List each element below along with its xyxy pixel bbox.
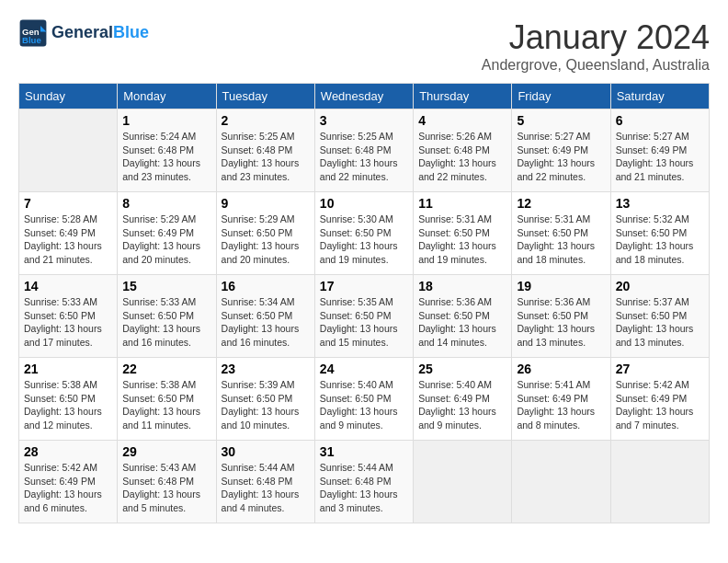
- day-info: Sunrise: 5:42 AMSunset: 6:49 PMDaylight:…: [24, 461, 112, 515]
- day-info: Sunrise: 5:33 AMSunset: 6:50 PMDaylight:…: [24, 295, 112, 350]
- calendar-week-5: 28Sunrise: 5:42 AMSunset: 6:49 PMDayligh…: [19, 441, 710, 523]
- day-info: Sunrise: 5:34 AMSunset: 6:50 PMDaylight:…: [222, 295, 310, 350]
- location-title: Andergrove, Queensland, Australia: [482, 57, 710, 74]
- day-info: Sunrise: 5:44 AMSunset: 6:48 PMDaylight:…: [222, 461, 310, 515]
- day-info: Sunrise: 5:41 AMSunset: 6:49 PMDaylight:…: [517, 378, 605, 432]
- calendar-cell: 2Sunrise: 5:25 AMSunset: 6:48 PMDaylight…: [216, 109, 314, 192]
- day-number: 4: [418, 113, 506, 128]
- calendar-cell: 15Sunrise: 5:33 AMSunset: 6:50 PMDayligh…: [118, 275, 216, 358]
- calendar-cell: [512, 441, 610, 523]
- day-number: 5: [517, 113, 605, 128]
- calendar-cell: 8Sunrise: 5:29 AMSunset: 6:49 PMDaylight…: [118, 192, 216, 275]
- day-number: 17: [320, 279, 408, 293]
- day-number: 27: [616, 362, 704, 376]
- day-number: 29: [122, 444, 210, 459]
- day-number: 13: [616, 196, 704, 211]
- weekday-saturday: Saturday: [610, 84, 709, 109]
- day-info: Sunrise: 5:38 AMSunset: 6:50 PMDaylight:…: [122, 378, 210, 432]
- calendar-table: Sunday Monday Tuesday Wednesday Thursday…: [18, 83, 710, 523]
- day-info: Sunrise: 5:29 AMSunset: 6:49 PMDaylight:…: [122, 213, 210, 267]
- day-info: Sunrise: 5:30 AMSunset: 6:50 PMDaylight:…: [320, 213, 408, 267]
- calendar-cell: 24Sunrise: 5:40 AMSunset: 6:50 PMDayligh…: [314, 358, 413, 441]
- calendar-cell: [19, 109, 118, 192]
- calendar-cell: 14Sunrise: 5:33 AMSunset: 6:50 PMDayligh…: [19, 275, 118, 358]
- day-number: 31: [320, 444, 408, 459]
- day-number: 2: [222, 113, 310, 128]
- day-info: Sunrise: 5:27 AMSunset: 6:49 PMDaylight:…: [616, 130, 704, 184]
- calendar-cell: 21Sunrise: 5:38 AMSunset: 6:50 PMDayligh…: [19, 358, 118, 441]
- calendar-header: Sunday Monday Tuesday Wednesday Thursday…: [19, 84, 710, 109]
- day-number: 3: [320, 113, 408, 128]
- day-number: 10: [320, 196, 408, 211]
- day-info: Sunrise: 5:36 AMSunset: 6:50 PMDaylight:…: [517, 295, 605, 350]
- calendar-cell: 27Sunrise: 5:42 AMSunset: 6:49 PMDayligh…: [610, 358, 709, 441]
- day-number: 20: [616, 279, 704, 293]
- logo-text: GeneralBlue: [51, 24, 149, 42]
- calendar-cell: 5Sunrise: 5:27 AMSunset: 6:49 PMDaylight…: [512, 109, 610, 192]
- day-number: 22: [122, 362, 210, 376]
- day-number: 18: [418, 279, 506, 293]
- calendar-cell: 10Sunrise: 5:30 AMSunset: 6:50 PMDayligh…: [314, 192, 413, 275]
- calendar-cell: 22Sunrise: 5:38 AMSunset: 6:50 PMDayligh…: [118, 358, 216, 441]
- day-info: Sunrise: 5:28 AMSunset: 6:49 PMDaylight:…: [24, 213, 112, 267]
- day-info: Sunrise: 5:32 AMSunset: 6:50 PMDaylight:…: [616, 213, 704, 267]
- day-number: 9: [222, 196, 310, 211]
- title-area: January 2024 Andergrove, Queensland, Aus…: [482, 18, 710, 74]
- weekday-sunday: Sunday: [19, 84, 118, 109]
- day-info: Sunrise: 5:40 AMSunset: 6:49 PMDaylight:…: [418, 378, 506, 432]
- day-number: 23: [222, 362, 310, 376]
- day-info: Sunrise: 5:31 AMSunset: 6:50 PMDaylight:…: [517, 213, 605, 267]
- day-info: Sunrise: 5:27 AMSunset: 6:49 PMDaylight:…: [517, 130, 605, 184]
- day-number: 21: [24, 362, 112, 376]
- calendar-cell: 4Sunrise: 5:26 AMSunset: 6:48 PMDaylight…: [414, 109, 512, 192]
- day-info: Sunrise: 5:40 AMSunset: 6:50 PMDaylight:…: [320, 378, 408, 432]
- weekday-monday: Monday: [118, 84, 216, 109]
- day-info: Sunrise: 5:26 AMSunset: 6:48 PMDaylight:…: [418, 130, 506, 184]
- calendar-week-2: 7Sunrise: 5:28 AMSunset: 6:49 PMDaylight…: [19, 192, 710, 275]
- month-title: January 2024: [482, 18, 710, 57]
- calendar-cell: 1Sunrise: 5:24 AMSunset: 6:48 PMDaylight…: [118, 109, 216, 192]
- day-info: Sunrise: 5:42 AMSunset: 6:49 PMDaylight:…: [616, 378, 704, 432]
- day-info: Sunrise: 5:36 AMSunset: 6:50 PMDaylight:…: [418, 295, 506, 350]
- calendar-cell: [414, 441, 512, 523]
- calendar-cell: 11Sunrise: 5:31 AMSunset: 6:50 PMDayligh…: [414, 192, 512, 275]
- day-number: 6: [616, 113, 704, 128]
- day-number: 7: [24, 196, 112, 211]
- day-info: Sunrise: 5:37 AMSunset: 6:50 PMDaylight:…: [616, 295, 704, 350]
- weekday-wednesday: Wednesday: [314, 84, 413, 109]
- calendar-cell: 19Sunrise: 5:36 AMSunset: 6:50 PMDayligh…: [512, 275, 610, 358]
- calendar-cell: 7Sunrise: 5:28 AMSunset: 6:49 PMDaylight…: [19, 192, 118, 275]
- calendar-cell: 26Sunrise: 5:41 AMSunset: 6:49 PMDayligh…: [512, 358, 610, 441]
- calendar-cell: 18Sunrise: 5:36 AMSunset: 6:50 PMDayligh…: [414, 275, 512, 358]
- day-info: Sunrise: 5:29 AMSunset: 6:50 PMDaylight:…: [222, 213, 310, 267]
- day-info: Sunrise: 5:31 AMSunset: 6:50 PMDaylight:…: [418, 213, 506, 267]
- logo: Gen Blue GeneralBlue: [18, 18, 149, 48]
- day-number: 11: [418, 196, 506, 211]
- day-number: 25: [418, 362, 506, 376]
- day-number: 19: [517, 279, 605, 293]
- calendar-cell: [610, 441, 709, 523]
- day-info: Sunrise: 5:35 AMSunset: 6:50 PMDaylight:…: [320, 295, 408, 350]
- logo-icon: Gen Blue: [18, 18, 48, 48]
- day-number: 16: [222, 279, 310, 293]
- day-info: Sunrise: 5:39 AMSunset: 6:50 PMDaylight:…: [222, 378, 310, 432]
- day-number: 26: [517, 362, 605, 376]
- weekday-row: Sunday Monday Tuesday Wednesday Thursday…: [19, 84, 710, 109]
- svg-text:Blue: Blue: [22, 35, 41, 45]
- day-info: Sunrise: 5:38 AMSunset: 6:50 PMDaylight:…: [24, 378, 112, 432]
- calendar-cell: 13Sunrise: 5:32 AMSunset: 6:50 PMDayligh…: [610, 192, 709, 275]
- weekday-thursday: Thursday: [414, 84, 512, 109]
- day-info: Sunrise: 5:44 AMSunset: 6:48 PMDaylight:…: [320, 461, 408, 515]
- day-number: 14: [24, 279, 112, 293]
- day-number: 1: [122, 113, 210, 128]
- calendar-cell: 9Sunrise: 5:29 AMSunset: 6:50 PMDaylight…: [216, 192, 314, 275]
- day-number: 28: [24, 444, 112, 459]
- calendar-cell: 29Sunrise: 5:43 AMSunset: 6:48 PMDayligh…: [118, 441, 216, 523]
- day-number: 30: [222, 444, 310, 459]
- calendar-cell: 17Sunrise: 5:35 AMSunset: 6:50 PMDayligh…: [314, 275, 413, 358]
- weekday-tuesday: Tuesday: [216, 84, 314, 109]
- calendar-week-1: 1Sunrise: 5:24 AMSunset: 6:48 PMDaylight…: [19, 109, 710, 192]
- calendar-week-4: 21Sunrise: 5:38 AMSunset: 6:50 PMDayligh…: [19, 358, 710, 441]
- calendar-cell: 3Sunrise: 5:25 AMSunset: 6:48 PMDaylight…: [314, 109, 413, 192]
- calendar-cell: 25Sunrise: 5:40 AMSunset: 6:49 PMDayligh…: [414, 358, 512, 441]
